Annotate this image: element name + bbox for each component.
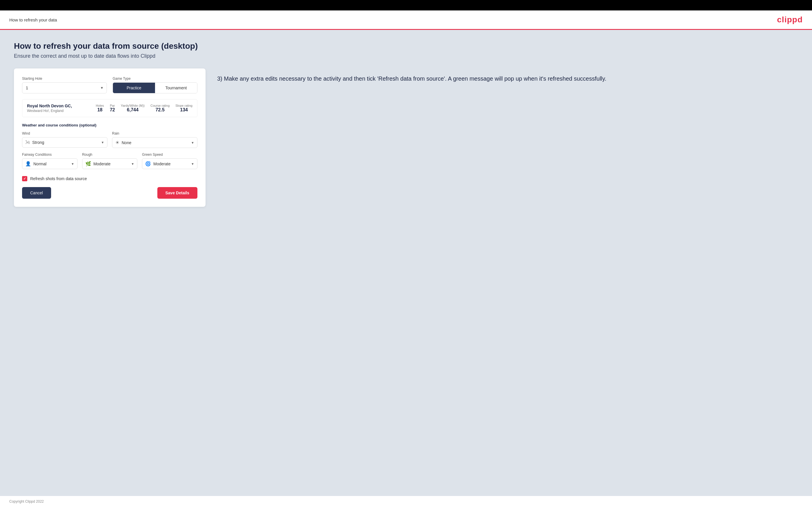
wind-rain-row: Wind 🌬 Strong ▼ Rain ☀ None ▼ bbox=[22, 131, 197, 148]
main-content: How to refresh your data from source (de… bbox=[0, 30, 812, 496]
refresh-checkbox-row: Refresh shots from data source bbox=[22, 176, 197, 181]
holes-value: 18 bbox=[96, 107, 104, 113]
par-value: 72 bbox=[110, 107, 115, 113]
logo: clippd bbox=[777, 15, 803, 24]
footer: Copyright Clippd 2022 bbox=[0, 496, 812, 507]
green-speed-chevron-icon: ▼ bbox=[191, 162, 194, 166]
wind-chevron-icon: ▼ bbox=[101, 141, 104, 144]
rain-select[interactable]: ☀ None ▼ bbox=[112, 137, 197, 148]
fairway-value: Normal bbox=[33, 162, 69, 166]
green-speed-group: Green Speed 🌀 Moderate ▼ bbox=[142, 153, 197, 169]
wind-icon: 🌬 bbox=[25, 140, 30, 145]
fairway-label: Fairway Conditions bbox=[22, 153, 78, 157]
rough-icon: 🌿 bbox=[85, 161, 91, 167]
wind-select[interactable]: 🌬 Strong ▼ bbox=[22, 137, 107, 148]
copyright: Copyright Clippd 2022 bbox=[9, 500, 44, 504]
wind-group: Wind 🌬 Strong ▼ bbox=[22, 131, 107, 148]
header-title: How to refresh your data bbox=[9, 17, 57, 22]
tournament-button[interactable]: Tournament bbox=[155, 83, 197, 93]
course-name-block: Royal North Devon GC, Westward Ho!, Engl… bbox=[27, 104, 90, 113]
slope-rating-stat: Slope rating 134 bbox=[175, 104, 193, 113]
header: How to refresh your data clippd bbox=[0, 10, 812, 30]
rain-label: Rain bbox=[112, 131, 197, 135]
side-instruction: 3) Make any extra edits necessary to the… bbox=[217, 74, 798, 83]
rough-value: Moderate bbox=[94, 162, 129, 166]
course-name: Royal North Devon GC, bbox=[27, 104, 90, 108]
starting-hole-group: Starting Hole 1 10 ▼ bbox=[22, 76, 107, 94]
course-rating-label: Course rating bbox=[150, 104, 169, 107]
refresh-label: Refresh shots from data source bbox=[30, 176, 87, 181]
par-stat: Par 72 bbox=[110, 104, 115, 113]
practice-button[interactable]: Practice bbox=[113, 83, 155, 93]
starting-hole-select-wrapper[interactable]: 1 10 ▼ bbox=[22, 82, 107, 94]
wind-value: Strong bbox=[32, 140, 99, 145]
game-type-group: Game Type Practice Tournament bbox=[113, 76, 197, 94]
rain-value: None bbox=[122, 140, 189, 145]
course-info: Royal North Devon GC, Westward Ho!, Engl… bbox=[22, 99, 197, 117]
top-form-row: Starting Hole 1 10 ▼ Game Type Practice … bbox=[22, 76, 197, 94]
wind-label: Wind bbox=[22, 131, 107, 135]
yards-stat: Yards/White (M)) 6,744 bbox=[121, 104, 145, 113]
yards-label: Yards/White (M)) bbox=[121, 104, 145, 107]
par-label: Par bbox=[110, 104, 115, 107]
yards-value: 6,744 bbox=[121, 107, 145, 113]
fairway-select[interactable]: 👤 Normal ▼ bbox=[22, 158, 78, 169]
conditions-title: Weather and course conditions (optional) bbox=[22, 123, 197, 127]
course-location: Westward Ho!, England bbox=[27, 109, 90, 113]
holes-stat: Holes 18 bbox=[96, 104, 104, 113]
save-button[interactable]: Save Details bbox=[157, 187, 198, 199]
rain-chevron-icon: ▼ bbox=[191, 141, 194, 145]
starting-hole-select[interactable]: 1 10 bbox=[22, 83, 107, 93]
starting-hole-label: Starting Hole bbox=[22, 76, 107, 80]
fairway-rough-green-row: Fairway Conditions 👤 Normal ▼ Rough 🌿 Mo… bbox=[22, 153, 197, 169]
green-speed-value: Moderate bbox=[153, 162, 189, 166]
rain-icon: ☀ bbox=[115, 140, 119, 145]
course-rating-value: 72.5 bbox=[150, 107, 169, 113]
green-speed-label: Green Speed bbox=[142, 153, 197, 157]
holes-label: Holes bbox=[96, 104, 104, 107]
course-stats: Holes 18 Par 72 Yards/White (M)) 6,744 C… bbox=[96, 104, 193, 113]
game-type-label: Game Type bbox=[113, 76, 197, 80]
rough-group: Rough 🌿 Moderate ▼ bbox=[82, 153, 138, 169]
slope-rating-label: Slope rating bbox=[175, 104, 193, 107]
rough-chevron-icon: ▼ bbox=[131, 162, 134, 166]
green-speed-icon: 🌀 bbox=[145, 161, 151, 167]
fairway-group: Fairway Conditions 👤 Normal ▼ bbox=[22, 153, 78, 169]
side-text: 3) Make any extra edits necessary to the… bbox=[217, 68, 798, 83]
slope-rating-value: 134 bbox=[175, 107, 193, 113]
content-area: Starting Hole 1 10 ▼ Game Type Practice … bbox=[14, 68, 798, 207]
cancel-button[interactable]: Cancel bbox=[22, 187, 51, 199]
game-type-buttons: Practice Tournament bbox=[113, 82, 197, 94]
rough-select[interactable]: 🌿 Moderate ▼ bbox=[82, 158, 138, 169]
green-speed-select[interactable]: 🌀 Moderate ▼ bbox=[142, 158, 197, 169]
course-rating-stat: Course rating 72.5 bbox=[150, 104, 169, 113]
fairway-chevron-icon: ▼ bbox=[71, 162, 74, 166]
button-row: Cancel Save Details bbox=[22, 187, 197, 199]
refresh-checkbox[interactable] bbox=[22, 176, 27, 181]
rough-label: Rough bbox=[82, 153, 138, 157]
fairway-icon: 👤 bbox=[25, 161, 31, 167]
page-title: How to refresh your data from source (de… bbox=[14, 42, 798, 51]
rain-group: Rain ☀ None ▼ bbox=[112, 131, 197, 148]
page-subtitle: Ensure the correct and most up to date d… bbox=[14, 53, 798, 59]
form-panel: Starting Hole 1 10 ▼ Game Type Practice … bbox=[14, 68, 206, 207]
top-bar bbox=[0, 0, 812, 10]
